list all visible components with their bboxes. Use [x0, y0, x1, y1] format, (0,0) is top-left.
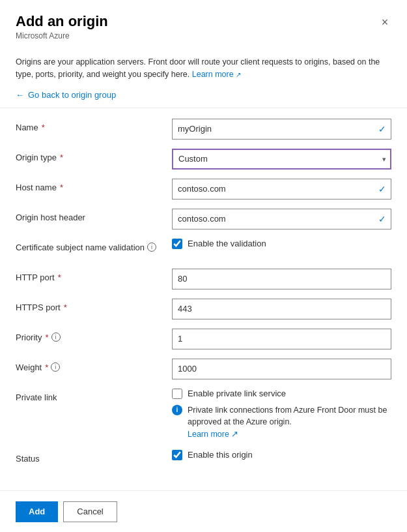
back-to-origin-group-link[interactable]: ← Go back to origin group [0, 87, 407, 108]
name-row: Name * myOrigin ✓ [16, 119, 391, 140]
origin-type-row: Origin type * Custom ▾ [16, 149, 391, 170]
origin-host-header-control: ✓ [172, 209, 391, 229]
http-port-row: HTTP port * [16, 269, 391, 289]
weight-info-icon[interactable]: i [51, 362, 60, 372]
weight-input[interactable] [172, 359, 391, 379]
cert-validation-control: Enable the validation [172, 239, 391, 249]
weight-label: Weight * i [16, 359, 172, 372]
close-button[interactable]: × [376, 13, 394, 31]
http-port-input[interactable] [172, 269, 391, 289]
http-port-required: * [58, 273, 61, 282]
https-port-required: * [64, 303, 67, 312]
cert-info-icon[interactable]: i [147, 243, 156, 252]
add-origin-panel: Add an origin Microsoft Azure × Origins … [0, 0, 407, 532]
host-name-label: Host name * [16, 179, 172, 192]
priority-info-icon[interactable]: i [51, 332, 61, 342]
priority-input[interactable] [172, 329, 391, 349]
status-label: Status [16, 450, 172, 464]
weight-row: Weight * i [16, 359, 391, 379]
name-control: myOrigin ✓ [172, 119, 391, 140]
cert-validation-checkbox[interactable] [172, 239, 182, 249]
priority-label: Priority * i [16, 329, 172, 342]
private-link-row: Private link Enable private link service… [16, 389, 391, 441]
cert-validation-row: Certificate subject name validation i En… [16, 239, 391, 259]
status-control: Enable this origin [172, 450, 391, 460]
cancel-button[interactable]: Cancel [63, 501, 117, 522]
private-link-checkbox-row: Enable private link service [172, 389, 391, 399]
status-checkbox-label: Enable this origin [188, 450, 253, 460]
external-link-icon-top: ↗ [236, 71, 241, 78]
origin-type-select-wrap: Custom ▾ [172, 149, 391, 170]
origin-host-header-label: Origin host header [16, 209, 172, 222]
back-arrow-icon: ← [16, 90, 24, 100]
weight-required: * [45, 362, 48, 372]
cert-checkbox-row: Enable the validation [172, 239, 391, 249]
origin-host-header-wrap: ✓ [172, 209, 391, 229]
priority-row: Priority * i [16, 329, 391, 349]
private-link-external-icon: ↗ [231, 430, 238, 439]
host-name-row: Host name * ✓ [16, 179, 391, 200]
priority-required: * [45, 332, 48, 342]
panel-header: Add an origin Microsoft Azure × [0, 0, 407, 48]
panel-title: Add an origin [16, 13, 391, 30]
host-name-wrap: ✓ [172, 179, 391, 200]
https-port-label: HTTPS port * [16, 299, 172, 312]
origin-type-control: Custom ▾ [172, 149, 391, 170]
info-bar: Origins are your application servers. Fr… [0, 48, 407, 87]
form-body: Name * myOrigin ✓ Origin type * Custom [0, 108, 407, 490]
http-port-control [172, 269, 391, 289]
host-name-required: * [60, 183, 63, 192]
private-link-info-icon: i [172, 405, 182, 415]
cert-validation-label: Certificate subject name validation i [16, 239, 172, 252]
private-link-checkbox-label: Enable private link service [188, 389, 286, 398]
origin-host-header-row: Origin host header ✓ [16, 209, 391, 229]
panel-subtitle: Microsoft Azure [16, 31, 391, 40]
cert-checkbox-label: Enable the validation [188, 239, 266, 248]
name-select-wrap: myOrigin ✓ [172, 119, 391, 140]
add-button[interactable]: Add [16, 501, 58, 522]
name-display[interactable]: myOrigin [172, 119, 391, 140]
learn-more-link-private[interactable]: Learn more ↗ [188, 430, 238, 439]
http-port-label: HTTP port * [16, 269, 172, 282]
host-name-check-icon: ✓ [378, 184, 386, 194]
learn-more-link-top[interactable]: Learn more ↗ [192, 70, 241, 79]
status-checkbox[interactable] [172, 450, 182, 460]
private-link-checkbox[interactable] [172, 389, 182, 399]
origin-host-header-check-icon: ✓ [378, 214, 386, 224]
private-link-info-text: Private link connections from Azure Fron… [188, 404, 391, 441]
weight-control [172, 359, 391, 379]
footer: Add Cancel [0, 490, 407, 532]
name-label: Name * [16, 119, 172, 132]
origin-type-required: * [60, 153, 63, 162]
back-link-label: Go back to origin group [28, 90, 116, 100]
status-row: Status Enable this origin [16, 450, 391, 471]
host-name-input[interactable] [172, 179, 391, 200]
origin-host-header-input[interactable] [172, 209, 391, 229]
name-required: * [42, 123, 45, 132]
origin-type-select[interactable]: Custom [172, 149, 391, 170]
private-link-control: Enable private link service i Private li… [172, 389, 391, 441]
https-port-input[interactable] [172, 299, 391, 319]
private-link-info: i Private link connections from Azure Fr… [172, 404, 391, 441]
status-checkbox-row: Enable this origin [172, 450, 391, 460]
origin-type-label: Origin type * [16, 149, 172, 162]
host-name-control: ✓ [172, 179, 391, 200]
https-port-row: HTTPS port * [16, 299, 391, 319]
https-port-control [172, 299, 391, 319]
private-link-label: Private link [16, 389, 172, 402]
priority-control [172, 329, 391, 349]
name-check-icon: ✓ [378, 124, 386, 134]
